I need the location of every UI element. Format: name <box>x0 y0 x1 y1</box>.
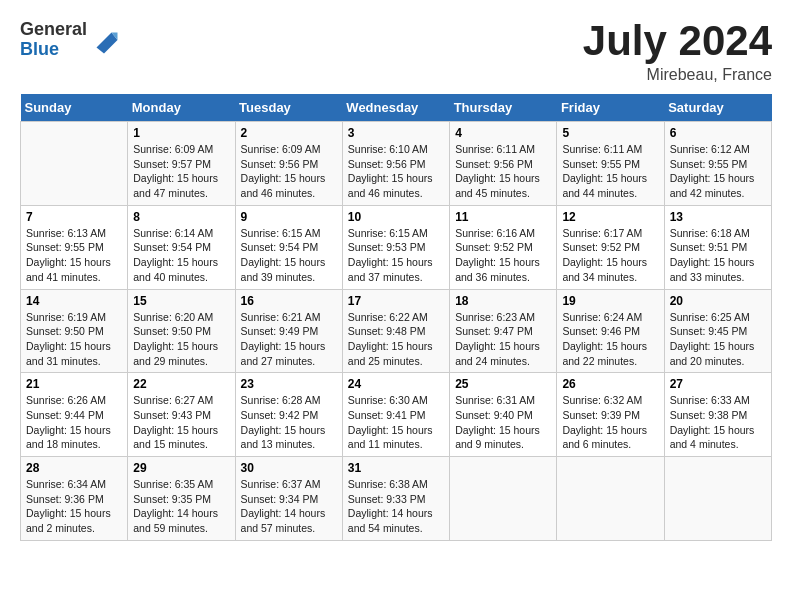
day-cell: 31Sunrise: 6:38 AM Sunset: 9:33 PM Dayli… <box>342 457 449 541</box>
day-info: Sunrise: 6:34 AM Sunset: 9:36 PM Dayligh… <box>26 477 122 536</box>
day-info: Sunrise: 6:25 AM Sunset: 9:45 PM Dayligh… <box>670 310 766 369</box>
day-cell: 9Sunrise: 6:15 AM Sunset: 9:54 PM Daylig… <box>235 205 342 289</box>
day-number: 5 <box>562 126 658 140</box>
day-info: Sunrise: 6:11 AM Sunset: 9:56 PM Dayligh… <box>455 142 551 201</box>
day-cell <box>21 122 128 206</box>
day-info: Sunrise: 6:30 AM Sunset: 9:41 PM Dayligh… <box>348 393 444 452</box>
day-cell: 5Sunrise: 6:11 AM Sunset: 9:55 PM Daylig… <box>557 122 664 206</box>
week-row-5: 28Sunrise: 6:34 AM Sunset: 9:36 PM Dayli… <box>21 457 772 541</box>
day-number: 28 <box>26 461 122 475</box>
day-number: 10 <box>348 210 444 224</box>
day-info: Sunrise: 6:21 AM Sunset: 9:49 PM Dayligh… <box>241 310 337 369</box>
day-info: Sunrise: 6:15 AM Sunset: 9:54 PM Dayligh… <box>241 226 337 285</box>
day-info: Sunrise: 6:15 AM Sunset: 9:53 PM Dayligh… <box>348 226 444 285</box>
day-cell: 4Sunrise: 6:11 AM Sunset: 9:56 PM Daylig… <box>450 122 557 206</box>
day-cell: 12Sunrise: 6:17 AM Sunset: 9:52 PM Dayli… <box>557 205 664 289</box>
day-info: Sunrise: 6:26 AM Sunset: 9:44 PM Dayligh… <box>26 393 122 452</box>
day-number: 2 <box>241 126 337 140</box>
week-row-2: 7Sunrise: 6:13 AM Sunset: 9:55 PM Daylig… <box>21 205 772 289</box>
day-cell: 10Sunrise: 6:15 AM Sunset: 9:53 PM Dayli… <box>342 205 449 289</box>
logo-icon <box>89 25 119 55</box>
col-monday: Monday <box>128 94 235 122</box>
day-cell: 13Sunrise: 6:18 AM Sunset: 9:51 PM Dayli… <box>664 205 771 289</box>
day-info: Sunrise: 6:09 AM Sunset: 9:57 PM Dayligh… <box>133 142 229 201</box>
logo: General Blue <box>20 20 119 60</box>
logo-text: General Blue <box>20 20 87 60</box>
day-info: Sunrise: 6:10 AM Sunset: 9:56 PM Dayligh… <box>348 142 444 201</box>
day-number: 17 <box>348 294 444 308</box>
day-info: Sunrise: 6:11 AM Sunset: 9:55 PM Dayligh… <box>562 142 658 201</box>
day-cell: 17Sunrise: 6:22 AM Sunset: 9:48 PM Dayli… <box>342 289 449 373</box>
day-cell: 23Sunrise: 6:28 AM Sunset: 9:42 PM Dayli… <box>235 373 342 457</box>
header-row: Sunday Monday Tuesday Wednesday Thursday… <box>21 94 772 122</box>
day-number: 26 <box>562 377 658 391</box>
day-number: 19 <box>562 294 658 308</box>
day-number: 18 <box>455 294 551 308</box>
day-cell: 18Sunrise: 6:23 AM Sunset: 9:47 PM Dayli… <box>450 289 557 373</box>
day-number: 8 <box>133 210 229 224</box>
day-number: 29 <box>133 461 229 475</box>
day-number: 3 <box>348 126 444 140</box>
week-row-4: 21Sunrise: 6:26 AM Sunset: 9:44 PM Dayli… <box>21 373 772 457</box>
day-cell: 30Sunrise: 6:37 AM Sunset: 9:34 PM Dayli… <box>235 457 342 541</box>
day-cell: 2Sunrise: 6:09 AM Sunset: 9:56 PM Daylig… <box>235 122 342 206</box>
day-info: Sunrise: 6:19 AM Sunset: 9:50 PM Dayligh… <box>26 310 122 369</box>
day-cell: 21Sunrise: 6:26 AM Sunset: 9:44 PM Dayli… <box>21 373 128 457</box>
calendar-body: 1Sunrise: 6:09 AM Sunset: 9:57 PM Daylig… <box>21 122 772 541</box>
day-info: Sunrise: 6:14 AM Sunset: 9:54 PM Dayligh… <box>133 226 229 285</box>
day-number: 15 <box>133 294 229 308</box>
day-info: Sunrise: 6:18 AM Sunset: 9:51 PM Dayligh… <box>670 226 766 285</box>
day-info: Sunrise: 6:12 AM Sunset: 9:55 PM Dayligh… <box>670 142 766 201</box>
col-tuesday: Tuesday <box>235 94 342 122</box>
day-cell: 20Sunrise: 6:25 AM Sunset: 9:45 PM Dayli… <box>664 289 771 373</box>
day-number: 23 <box>241 377 337 391</box>
day-number: 22 <box>133 377 229 391</box>
day-number: 24 <box>348 377 444 391</box>
day-cell: 24Sunrise: 6:30 AM Sunset: 9:41 PM Dayli… <box>342 373 449 457</box>
day-cell: 19Sunrise: 6:24 AM Sunset: 9:46 PM Dayli… <box>557 289 664 373</box>
day-info: Sunrise: 6:17 AM Sunset: 9:52 PM Dayligh… <box>562 226 658 285</box>
day-cell: 14Sunrise: 6:19 AM Sunset: 9:50 PM Dayli… <box>21 289 128 373</box>
day-cell: 3Sunrise: 6:10 AM Sunset: 9:56 PM Daylig… <box>342 122 449 206</box>
day-cell: 15Sunrise: 6:20 AM Sunset: 9:50 PM Dayli… <box>128 289 235 373</box>
day-cell: 22Sunrise: 6:27 AM Sunset: 9:43 PM Dayli… <box>128 373 235 457</box>
day-cell: 27Sunrise: 6:33 AM Sunset: 9:38 PM Dayli… <box>664 373 771 457</box>
title-block: July 2024 Mirebeau, France <box>583 20 772 84</box>
day-number: 30 <box>241 461 337 475</box>
day-cell: 1Sunrise: 6:09 AM Sunset: 9:57 PM Daylig… <box>128 122 235 206</box>
day-number: 14 <box>26 294 122 308</box>
logo-blue: Blue <box>20 40 87 60</box>
day-info: Sunrise: 6:23 AM Sunset: 9:47 PM Dayligh… <box>455 310 551 369</box>
day-cell: 26Sunrise: 6:32 AM Sunset: 9:39 PM Dayli… <box>557 373 664 457</box>
day-info: Sunrise: 6:20 AM Sunset: 9:50 PM Dayligh… <box>133 310 229 369</box>
col-friday: Friday <box>557 94 664 122</box>
col-thursday: Thursday <box>450 94 557 122</box>
day-cell: 28Sunrise: 6:34 AM Sunset: 9:36 PM Dayli… <box>21 457 128 541</box>
day-number: 20 <box>670 294 766 308</box>
day-info: Sunrise: 6:28 AM Sunset: 9:42 PM Dayligh… <box>241 393 337 452</box>
day-cell: 7Sunrise: 6:13 AM Sunset: 9:55 PM Daylig… <box>21 205 128 289</box>
day-number: 12 <box>562 210 658 224</box>
week-row-3: 14Sunrise: 6:19 AM Sunset: 9:50 PM Dayli… <box>21 289 772 373</box>
day-cell: 6Sunrise: 6:12 AM Sunset: 9:55 PM Daylig… <box>664 122 771 206</box>
col-wednesday: Wednesday <box>342 94 449 122</box>
day-info: Sunrise: 6:33 AM Sunset: 9:38 PM Dayligh… <box>670 393 766 452</box>
day-cell: 8Sunrise: 6:14 AM Sunset: 9:54 PM Daylig… <box>128 205 235 289</box>
day-info: Sunrise: 6:09 AM Sunset: 9:56 PM Dayligh… <box>241 142 337 201</box>
day-number: 13 <box>670 210 766 224</box>
day-cell <box>664 457 771 541</box>
day-number: 16 <box>241 294 337 308</box>
day-number: 31 <box>348 461 444 475</box>
col-sunday: Sunday <box>21 94 128 122</box>
day-number: 25 <box>455 377 551 391</box>
day-info: Sunrise: 6:24 AM Sunset: 9:46 PM Dayligh… <box>562 310 658 369</box>
col-saturday: Saturday <box>664 94 771 122</box>
day-cell: 29Sunrise: 6:35 AM Sunset: 9:35 PM Dayli… <box>128 457 235 541</box>
day-info: Sunrise: 6:13 AM Sunset: 9:55 PM Dayligh… <box>26 226 122 285</box>
day-number: 6 <box>670 126 766 140</box>
day-info: Sunrise: 6:32 AM Sunset: 9:39 PM Dayligh… <box>562 393 658 452</box>
day-info: Sunrise: 6:27 AM Sunset: 9:43 PM Dayligh… <box>133 393 229 452</box>
day-info: Sunrise: 6:31 AM Sunset: 9:40 PM Dayligh… <box>455 393 551 452</box>
day-number: 7 <box>26 210 122 224</box>
day-info: Sunrise: 6:22 AM Sunset: 9:48 PM Dayligh… <box>348 310 444 369</box>
